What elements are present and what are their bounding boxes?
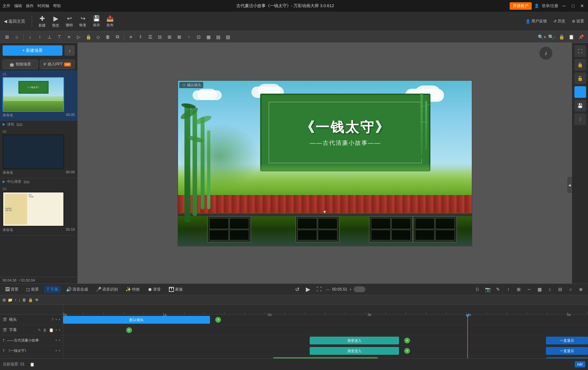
tl-header-del[interactable]: 🗑	[22, 298, 26, 302]
text1-dot2[interactable]: •	[59, 338, 60, 343]
right-color-btn[interactable]	[574, 86, 586, 98]
text2-dot2[interactable]: •	[59, 349, 60, 353]
text2-dot1[interactable]: •	[56, 349, 57, 353]
right-more-btn[interactable]: ⋮	[574, 113, 586, 125]
save-button[interactable]: 💾 保存	[93, 15, 100, 28]
playhead[interactable]	[467, 315, 468, 358]
text1-dot1[interactable]: •	[56, 338, 57, 343]
layout-3[interactable]: ☰	[146, 32, 155, 41]
scene-item-03[interactable]: 03 改故嘲弄省事为廉 助本为清廉... 未命名 00:10	[0, 185, 77, 236]
tab-record[interactable]: ⏺ 录音	[145, 286, 163, 293]
ai-scene-button[interactable]: 🤖 智能场景	[3, 60, 38, 69]
preview-button[interactable]: ▶ 预览	[52, 15, 59, 28]
text2-block-fade[interactable]: 渐变进入	[310, 347, 399, 355]
tab-effects[interactable]: ✨ 特效	[123, 286, 142, 293]
tl-header-eye[interactable]: 👁	[35, 298, 39, 302]
tl-header-up[interactable]: ↑	[15, 298, 17, 302]
subtitle-edit[interactable]: ✎	[38, 328, 41, 332]
music-float-button[interactable]: ♪	[539, 47, 552, 60]
tab-background[interactable]: 🖼 背景	[3, 286, 21, 293]
publish-button[interactable]: 📤 发布	[106, 15, 114, 28]
camera-block-default[interactable]: 默认镜头	[63, 316, 210, 324]
tl-ctrl-2[interactable]: 📷	[483, 285, 492, 294]
camera-add-btn[interactable]: +	[215, 317, 221, 323]
tl-header-grid[interactable]: ⊞	[3, 298, 6, 302]
right-fullscreen-btn[interactable]: ⛶	[574, 45, 586, 57]
menu-item-file[interactable]: 文件	[3, 3, 10, 9]
tl-ctrl-add[interactable]: ⊕	[576, 285, 585, 294]
subtitle-dot1[interactable]: •	[56, 328, 57, 332]
new-scene-button[interactable]: + 新建场景	[3, 45, 62, 56]
text1-block-always[interactable]: 一直显示	[546, 337, 588, 344]
right-save-btn[interactable]: 💾	[574, 100, 586, 111]
replay-button[interactable]: ↺	[293, 285, 302, 294]
tl-ctrl-6[interactable]: ↔	[525, 285, 534, 294]
back-home-button[interactable]: ◀ 返回主页	[4, 18, 25, 24]
layout-4[interactable]: ⊟	[155, 32, 164, 41]
subtitle-add-btn[interactable]: +	[126, 327, 132, 333]
align-vmid[interactable]: ≡	[64, 32, 73, 41]
align-tool-2[interactable]: ⌂	[12, 32, 21, 41]
tl-header-lock[interactable]: 🔒	[28, 298, 33, 302]
camera-dot2[interactable]: •	[59, 318, 60, 322]
subtitle-del[interactable]: 🗑	[43, 328, 47, 332]
align-tool-1[interactable]: ⊞	[3, 32, 12, 41]
text2-add-btn[interactable]: +	[404, 348, 410, 354]
tl-ctrl-9[interactable]: ⊟	[556, 285, 565, 294]
new-button[interactable]: ✚ 新建	[39, 15, 46, 28]
align-up[interactable]: ↑	[35, 32, 44, 41]
layout-8[interactable]: ⊡	[194, 32, 203, 41]
right-panel-collapse[interactable]: ◀	[567, 177, 572, 193]
tab-tts[interactable]: 🔊 语音合成	[63, 286, 91, 293]
tl-header-add[interactable]: 📁	[8, 298, 13, 302]
subtitle-copy[interactable]: 📋	[49, 328, 54, 332]
tl-ctrl-3[interactable]: ✎	[494, 285, 503, 294]
scene-item-01[interactable]: 01 《一钱太守》 未命名 00:05	[0, 70, 77, 121]
layout-10[interactable]: ▤	[214, 32, 223, 41]
layout-2[interactable]: ⦀	[136, 32, 145, 41]
text1-add-btn[interactable]: +	[404, 338, 410, 343]
feedback-button[interactable]: 👤 用户反馈	[526, 18, 547, 24]
layout-9[interactable]: ▦	[204, 32, 213, 41]
tl-ctrl-10[interactable]: ○	[566, 285, 575, 294]
align-copy[interactable]: ⧉	[113, 32, 122, 41]
settings-button[interactable]: ⚙ 设置	[572, 18, 584, 24]
align-bottom[interactable]: ⊥	[45, 32, 54, 41]
lock-icon[interactable]: 🔒	[557, 32, 566, 41]
login-button[interactable]: 登录/注册	[542, 3, 558, 9]
expand-arrow[interactable]: ▼	[323, 209, 327, 214]
text1-block-fade[interactable]: 渐变进入	[310, 337, 399, 344]
tl-ctrl-5[interactable]: ⊞	[514, 285, 523, 294]
tl-ctrl-7[interactable]: ▦	[535, 285, 544, 294]
paste-icon[interactable]: 📌	[576, 32, 585, 41]
menu-item-help[interactable]: 帮助	[53, 3, 61, 9]
align-play[interactable]: ▷	[74, 32, 83, 41]
menu-item-edit[interactable]: 编辑	[14, 3, 22, 9]
tl-ctrl-1[interactable]: ⟨⟩	[473, 285, 482, 294]
layout-1[interactable]: ≡	[126, 32, 135, 41]
bamboo-block-stretch[interactable]: 左边伸展	[273, 357, 378, 358]
align-down[interactable]: ↓	[26, 32, 35, 41]
zoom-out[interactable]: 🔍-	[547, 32, 556, 41]
tl-ctrl-8[interactable]: ↕	[545, 285, 554, 294]
undo-button[interactable]: ↩ 撤销	[66, 15, 73, 28]
align-top[interactable]: ⊤	[55, 32, 64, 41]
close-button[interactable]: ✕	[579, 3, 585, 9]
play-button[interactable]: ▶	[304, 285, 313, 294]
toggle-switch[interactable]	[354, 286, 365, 292]
layout-5[interactable]: ⊞	[165, 32, 174, 41]
align-shape[interactable]: ◇	[94, 32, 103, 41]
tl-ctrl-4[interactable]: ↑	[504, 285, 513, 294]
layout-7[interactable]: ↑	[184, 32, 194, 41]
subtitle-dot2[interactable]: •	[59, 328, 60, 332]
fullscreen-play-button[interactable]: ⛶	[315, 285, 324, 294]
tab-family[interactable]: 👪 家族	[166, 286, 185, 293]
camera-dot1[interactable]: •	[56, 318, 57, 322]
tab-asr[interactable]: 🎤 语音识别	[93, 286, 120, 293]
menu-item-operate[interactable]: 操作	[26, 3, 34, 9]
right-lock1-btn[interactable]: 🔒	[574, 59, 586, 71]
maximize-button[interactable]: □	[570, 3, 576, 9]
zoom-in[interactable]: 🔍+	[538, 32, 547, 41]
camera-help-icon[interactable]: ?	[51, 318, 54, 322]
align-lock[interactable]: 🔒	[84, 32, 93, 41]
